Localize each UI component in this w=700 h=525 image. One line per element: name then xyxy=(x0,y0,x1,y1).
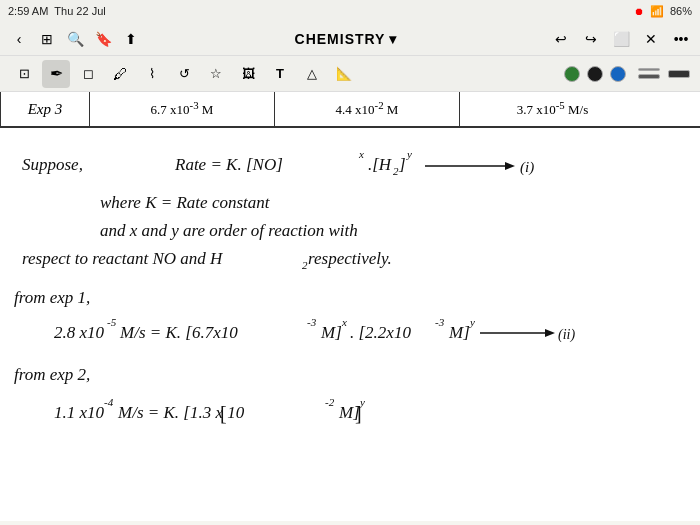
svg-text:respectively.: respectively. xyxy=(308,249,392,268)
svg-text:from exp 2,: from exp 2, xyxy=(14,365,90,384)
lasso-tool[interactable]: ⌇ xyxy=(138,60,166,88)
shapes-tool[interactable]: △ xyxy=(298,60,326,88)
exp-col: Exp 3 xyxy=(0,92,90,126)
svg-text:where  K  =  Rate constant: where K = Rate constant xyxy=(100,193,271,212)
rate-value: 3.7 x10-5 M/s xyxy=(517,99,589,118)
time: 2:59 AM xyxy=(8,5,48,17)
svg-text:]: ] xyxy=(355,402,362,424)
svg-text:x: x xyxy=(358,148,364,160)
status-bar: 2:59 AM Thu 22 Jul ⏺ 📶 86% xyxy=(0,0,700,22)
black-color[interactable] xyxy=(587,66,603,82)
date: Thu 22 Jul xyxy=(54,5,105,17)
chevron-down-icon[interactable]: ▾ xyxy=(389,31,397,47)
export-button[interactable]: ⬆ xyxy=(120,28,142,50)
undo2-tool[interactable]: ↺ xyxy=(170,60,198,88)
svg-text:1.1 x10: 1.1 x10 xyxy=(54,403,105,422)
close-button[interactable]: ✕ xyxy=(640,28,662,50)
blue-color[interactable] xyxy=(610,66,626,82)
medium-line[interactable] xyxy=(638,74,660,79)
bookmark-button[interactable]: 🔖 xyxy=(92,28,114,50)
text-tool[interactable]: T xyxy=(266,60,294,88)
back-button[interactable]: ‹ xyxy=(8,28,30,50)
svg-text:M]: M] xyxy=(448,323,470,342)
svg-text:Suppose,: Suppose, xyxy=(22,155,83,174)
more-button[interactable]: ••• xyxy=(670,28,692,50)
svg-text:(i): (i) xyxy=(520,159,534,176)
svg-text:-4: -4 xyxy=(104,396,114,408)
thick-line[interactable] xyxy=(668,70,690,78)
ruler-tool[interactable]: 📐 xyxy=(330,60,358,88)
redo-button[interactable]: ↪ xyxy=(580,28,602,50)
table-header: Exp 3 6.7 x10-3 M 4.4 x10-2 M 3.7 x10-5 … xyxy=(0,92,700,128)
battery-status: 86% xyxy=(670,5,692,17)
svg-text:M/s  =  K. [6.7x10: M/s = K. [6.7x10 xyxy=(119,323,238,342)
svg-text:y: y xyxy=(406,148,412,160)
image-tool[interactable]: 🖼 xyxy=(234,60,262,88)
rate-col: 3.7 x10-5 M/s xyxy=(460,92,645,126)
svg-text:-5: -5 xyxy=(107,316,117,328)
title-text: CHEMISTRY xyxy=(295,31,386,47)
no-conc-col: 6.7 x10-3 M xyxy=(90,92,275,126)
svg-text:]: ] xyxy=(398,155,406,174)
wifi-icon: 📶 xyxy=(650,5,664,18)
handwriting-area: (i) --> Suppose, Rate = K. [NO] x .[H 2 … xyxy=(0,128,700,521)
highlighter-tool[interactable]: 🖊 xyxy=(106,60,134,88)
green-color[interactable] xyxy=(564,66,580,82)
svg-text:x: x xyxy=(341,316,347,328)
svg-text:-3: -3 xyxy=(307,316,317,328)
h2-conc-value: 4.4 x10-2 M xyxy=(336,99,399,118)
thin-line[interactable] xyxy=(638,68,660,71)
svg-text:.[H: .[H xyxy=(368,155,393,174)
h2-conc-col: 4.4 x10-2 M xyxy=(275,92,460,126)
share-button[interactable]: ⬜ xyxy=(610,28,632,50)
select-tool[interactable]: ⊡ xyxy=(10,60,38,88)
svg-text:[: [ xyxy=(220,402,227,424)
svg-text:respect  to  reactant  NO  and: respect to reactant NO and H xyxy=(22,249,224,268)
svg-text:from exp 1,: from exp 1, xyxy=(14,288,90,307)
exp-label: Exp 3 xyxy=(28,101,63,118)
pen-tool[interactable]: ✒ xyxy=(42,60,70,88)
svg-text:M]: M] xyxy=(320,323,342,342)
draw-toolbar: ⊡ ✒ ◻ 🖊 ⌇ ↺ ☆ 🖼 T △ 📐 xyxy=(0,56,700,92)
svg-text:2.8 x10: 2.8 x10 xyxy=(54,323,105,342)
record-icon: ⏺ xyxy=(634,6,644,17)
grid-button[interactable]: ⊞ xyxy=(36,28,58,50)
top-toolbar: ‹ ⊞ 🔍 🔖 ⬆ CHEMISTRY ▾ ↩ ↪ ⬜ ✕ ••• xyxy=(0,22,700,56)
search-button[interactable]: 🔍 xyxy=(64,28,86,50)
star-tool[interactable]: ☆ xyxy=(202,60,230,88)
svg-text:-2: -2 xyxy=(325,396,335,408)
document-title: CHEMISTRY ▾ xyxy=(295,31,398,47)
svg-text:(ii): (ii) xyxy=(558,327,575,343)
svg-text:Rate  =  K. [NO]: Rate = K. [NO] xyxy=(174,155,283,174)
eraser-tool[interactable]: ◻ xyxy=(74,60,102,88)
svg-text:-3: -3 xyxy=(435,316,445,328)
undo-button[interactable]: ↩ xyxy=(550,28,572,50)
svg-text:y: y xyxy=(469,316,475,328)
svg-text:. [2.2x10: . [2.2x10 xyxy=(350,323,411,342)
no-conc-value: 6.7 x10-3 M xyxy=(151,99,214,118)
svg-text:and x and y  are  order of rea: and x and y are order of reaction with xyxy=(100,221,358,240)
